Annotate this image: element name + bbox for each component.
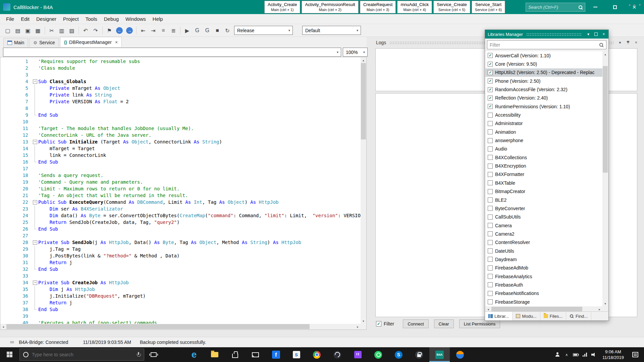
code-line-40[interactable]: 40'Executes a batch of (non-select) comm… [0,319,361,324]
people-icon[interactable] [553,347,562,362]
panel-tab-find[interactable]: Find... [566,312,591,320]
library-item[interactable]: FirebaseAnalytics [485,272,602,281]
outdent-icon[interactable]: ⇤ [139,26,148,35]
library-checkbox[interactable] [488,146,493,152]
navigate-back-icon[interactable]: ← [115,26,124,35]
dock-icon[interactable] [593,31,599,38]
panel-tab-modu[interactable]: Modu... [513,312,540,320]
library-item[interactable]: Audio [485,145,602,153]
library-item[interactable]: ✓RuntimePermissions (Version: 1.10) [485,102,602,111]
shortcut-button-mnuadd_click[interactable]: mnuAdd_ClickMain (ctrl + 4) [397,1,432,13]
panel-tab-librar[interactable]: Librar... [485,312,513,320]
panel-tab-files[interactable]: Files... [540,312,566,320]
fold-collapse-icon[interactable] [32,199,38,205]
code-editor[interactable]: 1'Requires support for resumable subs2'C… [0,57,367,330]
library-item[interactable]: BLE2 [485,196,602,204]
library-item[interactable]: ContentResolver [485,238,602,247]
code-line-36[interactable]: 36 j.Initialize("DBRequest", mTarget) [0,293,361,299]
pin-icon[interactable] [625,40,631,46]
microphone-icon[interactable] [137,352,141,358]
close-tab-icon[interactable]: × [115,40,118,45]
code-line-22[interactable]: 22Public Sub ExecuteQuery(Command As DBC… [0,199,361,205]
fold-collapse-icon[interactable] [32,78,38,85]
code-line-3[interactable]: 3 [0,71,361,78]
scroll-left-icon[interactable]: ◂ [0,324,6,329]
library-item[interactable]: ByteConverter [485,204,602,213]
fold-collapse-icon[interactable] [32,279,38,286]
library-checkbox[interactable] [488,180,493,185]
code-line-38[interactable]: 38End Sub [0,306,361,313]
scroll-up-icon[interactable]: ▴ [602,51,608,57]
mail-icon[interactable] [245,347,266,362]
start-button[interactable] [0,347,19,362]
library-item[interactable]: BitmapCreator [485,187,602,196]
code-line-16[interactable]: 16End Sub [0,159,361,165]
horizontal-scrollbar-thumb[interactable] [491,307,582,312]
library-checkbox[interactable] [488,248,493,253]
battery-icon[interactable] [571,347,580,362]
library-item[interactable]: Animation [485,128,602,136]
code-line-26[interactable]: 26End Sub [0,226,361,232]
code-line-4[interactable]: 4Sub Class_Globals [0,78,361,85]
library-checkbox[interactable] [488,197,493,202]
library-checkbox[interactable]: ✓ [488,78,493,83]
fold-collapse-icon[interactable] [32,239,38,246]
cut-icon[interactable]: ✂ [47,26,56,35]
save-icon[interactable]: ▣ [23,26,33,35]
ide-search-input[interactable] [526,5,578,10]
redo-icon[interactable]: ↷ [91,26,100,35]
shortcut-button-service_create[interactable]: Service_CreateService (ctrl + 5) [433,1,470,13]
scroll-right-icon[interactable]: ▸ [355,324,361,329]
code-line-6[interactable]: 6 Private link As String [0,92,361,98]
chevron-down-icon[interactable]: ▾ [354,26,361,35]
run-icon[interactable]: ▶ [182,26,192,35]
menu-help[interactable]: Help [149,14,166,24]
tab-dbrequestmanager[interactable]: {}DBRequestManager× [60,37,122,47]
libraries-vertical-scrollbar[interactable]: ▴ ▾ [602,51,608,306]
library-checkbox[interactable] [488,231,493,236]
library-checkbox[interactable] [488,223,493,228]
filter-checkbox[interactable]: ✓ [376,321,381,326]
file-explorer-icon[interactable] [204,347,225,362]
code-line-1[interactable]: 1'Requires support for resumable subs [0,58,361,65]
chevron-down-icon[interactable]: ▾ [286,26,292,35]
library-item[interactable]: CallSubUtils [485,213,602,221]
code-line-14[interactable]: 14 mTarget = Target [0,145,361,152]
library-item[interactable]: ✓RandomAccessFile (Version: 2.32) [485,85,602,94]
taskbar-clock[interactable]: 9:06 AM 11/18/2019 [598,349,628,360]
fold-collapse-icon[interactable] [32,138,38,145]
library-checkbox[interactable] [488,206,493,211]
shortcut-button-service_start[interactable]: Service_StartService (ctrl + 6) [472,1,505,13]
code-line-31[interactable]: 31 Return j [0,259,361,266]
library-checkbox[interactable] [488,164,493,169]
whatsapp-icon[interactable] [368,347,388,362]
facebook-icon[interactable]: f [266,347,286,362]
code-line-30[interactable]: 30 j.PostBytes(link & "?method=" & Metho… [0,252,361,259]
b4a-icon[interactable]: B4A [429,347,450,362]
uncomment-icon[interactable]: ≣ [169,26,178,35]
library-checkbox[interactable]: ✓ [488,53,493,58]
code-line-12[interactable]: 12'ConnectorLink - URL of the Java serve… [0,132,361,138]
library-checkbox[interactable] [488,172,493,177]
vertical-scrollbar-thumb[interactable] [603,66,608,173]
library-item[interactable]: Administrator [485,119,602,128]
code-line-5[interactable]: 5 Private mTarget As Object [0,85,361,92]
obs-icon[interactable] [327,347,347,362]
library-item[interactable]: FirebaseAuth [485,281,602,289]
chrome-icon[interactable] [307,347,327,362]
library-checkbox[interactable] [488,240,493,245]
code-line-8[interactable]: 8 [0,105,361,112]
close-icon[interactable]: × [633,40,639,46]
library-checkbox[interactable] [488,265,493,270]
library-checkbox[interactable] [488,257,493,262]
shortcut-button-createrequest[interactable]: CreateRequestMain (ctrl + 3) [360,1,396,13]
build-configuration-combo[interactable]: Release ▾ [234,26,293,35]
libraries-manager-titlebar[interactable]: Libraries Manager ▾ × [485,30,608,39]
code-line-34[interactable]: 34Private Sub CreateJob As HttpJob [0,279,361,286]
library-item[interactable]: Camera2 [485,230,602,238]
new-module-icon[interactable]: ▢ [3,26,12,35]
horizontal-scrollbar-thumb[interactable] [6,324,310,329]
code-line-32[interactable]: 32End Sub [0,266,361,273]
close-icon[interactable]: × [600,31,607,38]
code-line-28[interactable]: 28Private Sub SendJob(j As HttpJob, Data… [0,239,361,246]
